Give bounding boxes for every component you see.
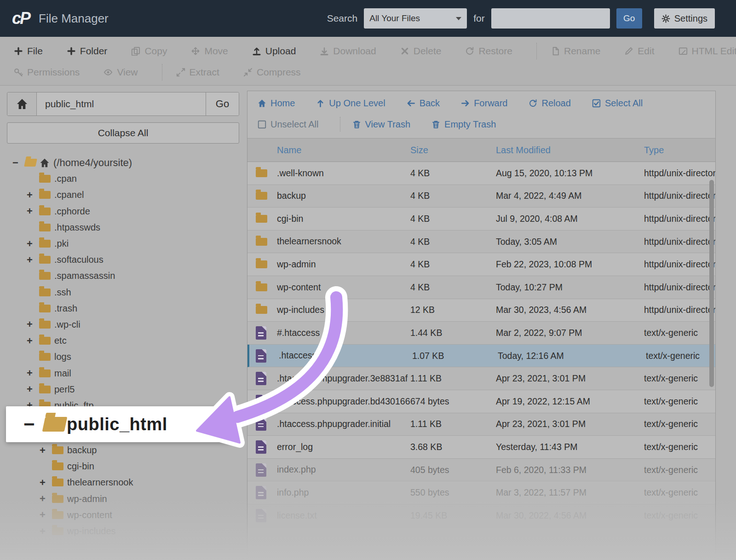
file-row-error-log[interactable]: error_log3.68 KBYesterday, 11:43 PMtext/… [247, 436, 715, 459]
toolbar-button-edit[interactable]: Edit [624, 46, 654, 57]
tree-item-thelearnersnook[interactable]: +thelearnersnook [7, 474, 239, 491]
nav-link-reload[interactable]: Reload [529, 98, 570, 109]
tree-expander[interactable]: + [40, 445, 52, 456]
search-scope-select[interactable]: All Your Files [364, 8, 467, 29]
tree-item-spamassassin[interactable]: .spamassassin [7, 268, 239, 284]
column-header-last-modified[interactable]: Last Modified [496, 145, 644, 156]
toolbar-button-permissions[interactable]: Permissions [14, 67, 80, 78]
tree-item-wp-content[interactable]: +wp-content [7, 507, 239, 523]
tree-item-label: backup [67, 445, 97, 456]
tree-item-cpanel[interactable]: +.cpanel [7, 187, 239, 203]
file-row-htaccess[interactable]: #.htaccess1.44 KBMar 2, 2022, 9:07 PMtex… [247, 322, 715, 345]
file-row-htaccess-phpupgrader-3e8831af[interactable]: .htaccess.phpupgrader.3e8831af1.11 KBApr… [247, 367, 715, 390]
file-row-well-known[interactable]: .well-known4 KBAug 15, 2020, 10:13 PMhtt… [247, 162, 715, 185]
nav-link-home[interactable]: Home [258, 98, 295, 109]
file-row-htaccess-phpupgrader-bd430166[interactable]: .htaccess.phpupgrader.bd430166674 bytesA… [247, 390, 715, 413]
file-row-wp-admin[interactable]: wp-admin4 KBFeb 22, 2023, 10:08 PMhttpd/… [247, 253, 715, 276]
file-row-wp-includes[interactable]: wp-includes12 KBMar 30, 2023, 4:56 AMhtt… [247, 299, 715, 322]
toolbar-button-restore[interactable]: Restore [465, 46, 512, 57]
tree-item-wp-cli[interactable]: +.wp-cli [7, 317, 239, 333]
file-row-htaccess-phpupgrader-initial[interactable]: .htaccess.phpupgrader.initial1.11 KBApr … [247, 413, 715, 436]
tree-item-pki[interactable]: +.pki [7, 236, 239, 252]
folder-icon [39, 256, 51, 264]
tree-expander[interactable]: + [40, 477, 52, 489]
tree-item-backup[interactable]: +backup [7, 442, 239, 458]
file-type: text/x-generic [644, 487, 715, 498]
tree-item-public-html-highlighted[interactable]: −public_html [6, 406, 231, 442]
toolbar-button-html-editor[interactable]: HTML Editor [678, 46, 736, 57]
tree-item-etc[interactable]: +etc [7, 333, 239, 349]
file-row-wp-content[interactable]: wp-content4 KBToday, 10:27 PMhttpd/unix-… [247, 276, 715, 299]
tree-item-softaculous[interactable]: +.softaculous [7, 252, 239, 268]
tree-expander[interactable]: + [27, 318, 39, 330]
file-size: 12 KB [410, 305, 496, 315]
tree-item-logs[interactable]: logs [7, 349, 239, 365]
toolbar-button-extract[interactable]: Extract [176, 67, 219, 78]
tree-expander[interactable]: − [23, 413, 44, 435]
toolbar-button-rename[interactable]: Rename [551, 46, 600, 57]
column-header-name[interactable]: Name [277, 144, 410, 156]
nav-link-up-one-level[interactable]: Up One Level [316, 98, 385, 109]
column-header-type[interactable]: Type [644, 145, 715, 156]
file-row-info-php[interactable]: info.php550 bytesMar 3, 2022, 11:57 PMte… [247, 481, 715, 504]
tree-expander[interactable]: + [27, 367, 39, 379]
tree-item-htpasswds[interactable]: .htpasswds [7, 219, 239, 236]
tree-expander[interactable]: + [27, 189, 39, 201]
file-size: 405 bytes [410, 465, 496, 475]
path-input[interactable] [37, 92, 206, 115]
tree-item-ssh[interactable]: .ssh [7, 284, 239, 300]
tree-item-home4-yoursite[interactable]: −(/home4/yoursite) [7, 155, 239, 171]
toolbar-button-upload[interactable]: Upload [252, 46, 296, 57]
tree-expander[interactable]: + [27, 335, 39, 347]
search-go-button[interactable]: Go [616, 8, 642, 29]
vertical-scrollbar[interactable] [709, 180, 714, 387]
folder-icon [39, 208, 51, 215]
nav-link-forward[interactable]: Forward [461, 98, 507, 109]
tree-expander[interactable]: + [40, 493, 52, 505]
file-row-htaccess[interactable]: .htaccess1.07 KBToday, 12:16 AMtext/x-ge… [247, 345, 715, 368]
home-path-button[interactable] [7, 92, 37, 115]
nav-link-unselect-all[interactable]: Unselect All [258, 119, 319, 130]
tree-item-cpan[interactable]: .cpan [7, 171, 239, 187]
tree-item-mail[interactable]: +mail [7, 365, 239, 381]
tree-expander[interactable]: + [27, 383, 39, 395]
tree-item-cphorde[interactable]: +.cphorde [7, 203, 239, 219]
nav-link-select-all[interactable]: Select All [592, 98, 643, 109]
file-type: httpd/unix-directory [644, 191, 715, 201]
file-row-license-txt[interactable]: license.txt19.45 KBMar 30, 2022, 4:56 AM… [247, 504, 715, 527]
tree-item-perl5[interactable]: +perl5 [7, 381, 239, 398]
toolbar-button-view[interactable]: View [104, 67, 138, 78]
file-row-cgi-bin[interactable]: cgi-bin4 KBJul 9, 2020, 4:08 AMhttpd/uni… [247, 208, 715, 231]
file-row-index-php[interactable]: index.php405 bytesFeb 6, 2020, 11:33 PMt… [247, 459, 715, 482]
page-title: File Manager [39, 12, 109, 26]
toolbar-button-download[interactable]: Download [320, 46, 376, 57]
nav-link-empty-trash[interactable]: Empty Trash [431, 119, 496, 130]
search-input[interactable] [491, 8, 610, 29]
toolbar-button-move[interactable]: Move [191, 46, 228, 57]
tree-item-trash[interactable]: .trash [7, 300, 239, 317]
toolbar-button-file[interactable]: File [14, 46, 43, 57]
path-go-button[interactable]: Go [206, 92, 239, 115]
tree-expander[interactable]: + [27, 205, 39, 217]
tree-expander[interactable]: + [27, 238, 39, 250]
file-row-thelearnersnook[interactable]: thelearnersnook4 KBToday, 3:05 AMhttpd/u… [247, 231, 715, 254]
settings-button[interactable]: Settings [654, 8, 715, 29]
tree-item-cgi-bin[interactable]: cgi-bin [7, 458, 239, 474]
home-icon [258, 99, 266, 108]
tree-item-wp-admin[interactable]: +wp-admin [7, 491, 239, 507]
tree-item-wp-includes[interactable]: +wp-includes [7, 523, 239, 539]
nav-link-back[interactable]: Back [407, 98, 440, 109]
collapse-all-button[interactable]: Collapse All [7, 122, 239, 144]
tree-expander[interactable]: + [27, 254, 39, 266]
column-header-size[interactable]: Size [410, 145, 496, 156]
toolbar-button-compress[interactable]: Compress [243, 67, 301, 78]
tree-expander[interactable]: + [40, 525, 52, 537]
tree-expander[interactable]: + [40, 509, 52, 521]
trash-icon [352, 120, 361, 129]
tree-expander[interactable]: − [12, 157, 25, 169]
toolbar-button-delete[interactable]: Delete [400, 46, 442, 57]
toolbar-button-copy[interactable]: Copy [131, 46, 167, 57]
toolbar-button-folder[interactable]: Folder [67, 46, 108, 57]
nav-link-view-trash[interactable]: View Trash [352, 119, 411, 130]
file-row-backup[interactable]: backup4 KBMar 4, 2022, 4:49 AMhttpd/unix… [247, 185, 715, 208]
